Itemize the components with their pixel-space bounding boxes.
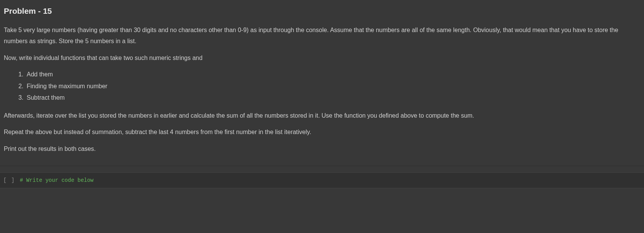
- execution-count[interactable]: [ ]: [0, 177, 18, 183]
- markdown-cell: Problem - 15 Take 5 very large numbers (…: [0, 0, 644, 166]
- problem-paragraph-3: Afterwards, iterate over the list you st…: [4, 110, 640, 121]
- code-editor[interactable]: # Write your code below: [18, 177, 644, 183]
- problem-paragraph-2: Now, write individual functions that can…: [4, 52, 640, 64]
- problem-paragraph-5: Print out the results in both cases.: [4, 143, 640, 155]
- problem-paragraph-1: Take 5 very large numbers (having greate…: [4, 24, 640, 47]
- code-comment: # Write your code below: [20, 177, 93, 183]
- list-item: Add them: [25, 69, 640, 80]
- problem-paragraph-4: Repeat the above but instead of summatio…: [4, 126, 640, 138]
- list-item: Subtract them: [25, 92, 640, 104]
- list-item: Finding the maximum number: [25, 81, 640, 92]
- problem-heading: Problem - 15: [4, 5, 640, 18]
- problem-requirements-list: Add them Finding the maximum number Subt…: [25, 69, 640, 104]
- code-cell[interactable]: [ ] # Write your code below: [0, 172, 644, 188]
